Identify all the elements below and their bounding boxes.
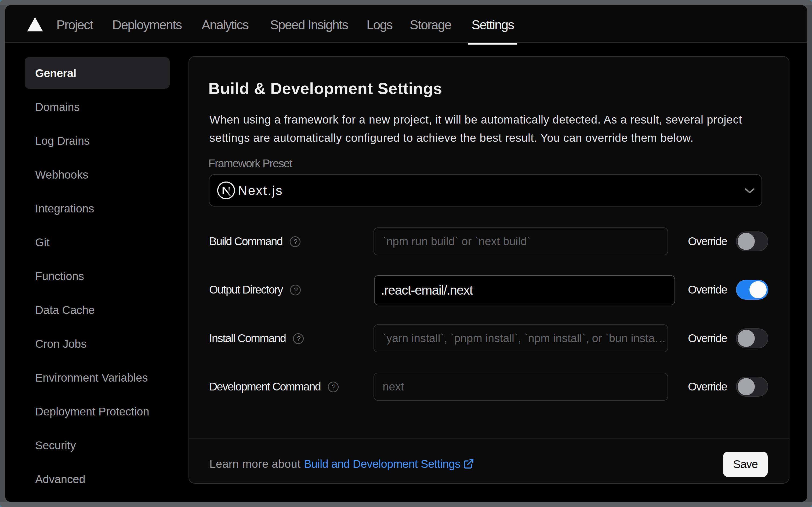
svg-text:?: ? xyxy=(294,286,297,294)
svg-text:?: ? xyxy=(297,335,301,342)
svg-text:?: ? xyxy=(332,383,336,391)
svg-text:?: ? xyxy=(294,238,297,245)
